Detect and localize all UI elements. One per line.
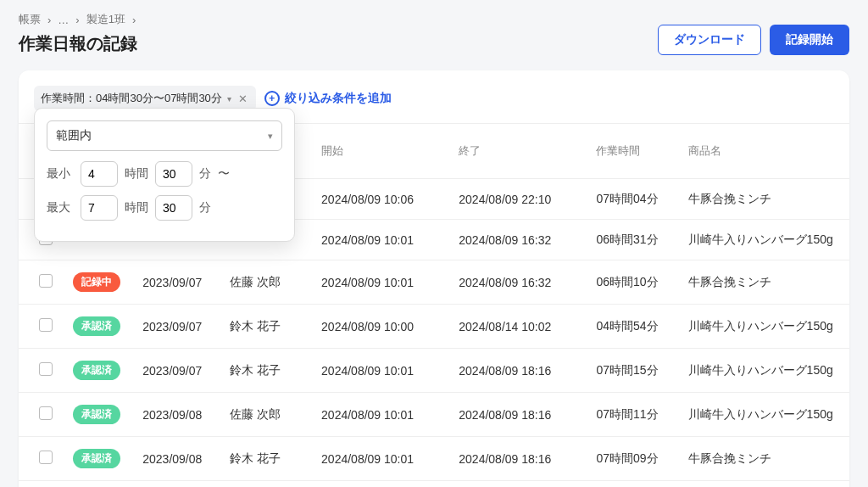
cell-duration: 07時間09分 (587, 437, 679, 481)
cell-duration: 06時間31分 (587, 220, 679, 260)
cell-start: 2024/08/09 10:00 (313, 305, 450, 349)
cell-user: 鈴木 花子 (221, 349, 313, 393)
table-row[interactable]: 承認済2023/09/08鈴木 花子2024/08/09 10:012024/0… (19, 481, 849, 488)
row-checkbox[interactable] (39, 406, 53, 420)
cell-product: 川崎牛入りハンバーグ150g (680, 349, 849, 393)
cell-end: 2024/08/09 18:16 (450, 481, 587, 488)
cell-user: 鈴木 花子 (221, 437, 313, 481)
cell-user: 佐藤 次郎 (221, 260, 313, 305)
max-label: 最大 (47, 200, 74, 216)
chevron-right-icon: › (75, 14, 79, 26)
cell-product: 川崎牛入りハンバーグ150g (680, 481, 849, 488)
range-separator: 〜 (218, 166, 230, 182)
min-minute-input[interactable] (155, 161, 192, 187)
cell-start: 2024/08/09 10:01 (313, 349, 450, 393)
cell-start: 2024/08/09 10:01 (313, 220, 450, 260)
row-checkbox[interactable] (39, 362, 53, 376)
cell-duration: 07時間15分 (587, 349, 679, 393)
cell-start: 2024/08/09 10:01 (313, 260, 450, 305)
cell-duration: 07時間11分 (587, 393, 679, 437)
status-badge: 承認済 (73, 449, 120, 468)
cell-duration: 07時間04分 (587, 179, 679, 220)
cell-user: 鈴木 花子 (221, 481, 313, 488)
breadcrumb-ellipsis[interactable]: … (58, 14, 69, 26)
cell-date: 2023/09/08 (134, 393, 221, 437)
breadcrumb-root[interactable]: 帳票 (19, 12, 41, 27)
add-filter-label: 絞り込み条件を追加 (285, 91, 392, 106)
cell-duration: 04時間54分 (587, 305, 679, 349)
chevron-right-icon: › (47, 14, 51, 26)
page-title: 作業日報の記録 (19, 32, 137, 55)
cell-product: 牛豚合挽ミンチ (680, 179, 849, 220)
range-mode-value: 範囲内 (56, 128, 92, 143)
max-hour-input[interactable] (81, 195, 118, 221)
min-hour-input[interactable] (81, 161, 118, 187)
status-badge: 承認済 (73, 405, 120, 424)
cell-product: 牛豚合挽ミンチ (680, 437, 849, 481)
plus-icon: + (264, 91, 280, 106)
cell-product: 川崎牛入りハンバーグ150g (680, 393, 849, 437)
cell-product: 牛豚合挽ミンチ (680, 260, 849, 305)
max-minute-input[interactable] (155, 195, 192, 221)
hour-unit: 時間 (125, 200, 148, 216)
status-badge: 承認済 (73, 316, 120, 336)
minute-unit: 分 (199, 200, 211, 216)
cell-duration: 06時間10分 (587, 260, 679, 305)
cell-end: 2024/08/09 18:16 (450, 349, 587, 393)
breadcrumb-group[interactable]: 製造1班 (86, 12, 125, 27)
cell-end: 2024/08/09 18:16 (450, 393, 587, 437)
min-label: 最小 (47, 166, 74, 182)
close-icon[interactable]: ✕ (236, 92, 249, 105)
cell-date: 2023/09/08 (134, 481, 221, 488)
cell-start: 2024/08/09 10:06 (313, 179, 450, 220)
minute-unit: 分 (199, 166, 211, 182)
add-filter-button[interactable]: + 絞り込み条件を追加 (264, 91, 392, 106)
cell-end: 2024/08/09 18:16 (450, 437, 587, 481)
status-badge: 承認済 (73, 361, 120, 380)
cell-user: 佐藤 次郎 (221, 393, 313, 437)
cell-date: 2023/09/08 (134, 437, 221, 481)
filter-chip-label: 作業時間：04時間30分〜07時間30分 (41, 91, 222, 106)
col-end[interactable]: 終了 (450, 124, 587, 179)
chevron-down-icon: ▾ (268, 131, 273, 142)
cell-end: 2024/08/14 10:02 (450, 305, 587, 349)
cell-duration: 07時間23分 (587, 481, 679, 488)
cell-end: 2024/08/09 16:32 (450, 220, 587, 260)
table-row[interactable]: 承認済2023/09/07鈴木 花子2024/08/09 10:012024/0… (19, 349, 849, 393)
cell-user: 鈴木 花子 (221, 305, 313, 349)
row-checkbox[interactable] (39, 318, 53, 332)
table-row[interactable]: 承認済2023/09/08鈴木 花子2024/08/09 10:012024/0… (19, 437, 849, 481)
range-mode-select[interactable]: 範囲内 ▾ (47, 120, 282, 151)
cell-product: 川崎牛入りハンバーグ150g (680, 305, 849, 349)
download-button[interactable]: ダウンロード (658, 25, 761, 55)
col-product[interactable]: 商品名 (680, 124, 849, 179)
status-badge: 記録中 (73, 272, 120, 292)
table-row[interactable]: 承認済2023/09/07鈴木 花子2024/08/09 10:002024/0… (19, 305, 849, 349)
cell-end: 2024/08/09 16:32 (450, 260, 587, 305)
hour-unit: 時間 (125, 166, 148, 182)
cell-start: 2024/08/09 10:01 (313, 481, 450, 488)
col-start[interactable]: 開始 (313, 124, 450, 179)
start-record-button[interactable]: 記録開始 (770, 25, 849, 55)
duration-filter-popover: 範囲内 ▾ 最小 時間 分 〜 最大 時間 分 (34, 108, 295, 242)
chevron-right-icon: › (132, 14, 136, 26)
cell-date: 2023/09/07 (134, 349, 221, 393)
table-row[interactable]: 承認済2023/09/08佐藤 次郎2024/08/09 10:012024/0… (19, 393, 849, 437)
breadcrumb: 帳票 › … › 製造1班 › (19, 12, 137, 27)
table-row[interactable]: 記録中2023/09/07佐藤 次郎2024/08/09 10:012024/0… (19, 260, 849, 305)
col-duration[interactable]: 作業時間 (587, 124, 679, 179)
cell-start: 2024/08/09 10:01 (313, 393, 450, 437)
cell-date: 2023/09/07 (134, 305, 221, 349)
chevron-down-icon: ▾ (227, 94, 231, 104)
row-checkbox[interactable] (39, 451, 53, 464)
row-checkbox[interactable] (39, 274, 53, 288)
cell-end: 2024/08/09 22:10 (450, 179, 587, 220)
cell-date: 2023/09/07 (134, 260, 221, 305)
cell-start: 2024/08/09 10:01 (313, 437, 450, 481)
cell-product: 川崎牛入りハンバーグ150g (680, 220, 849, 260)
